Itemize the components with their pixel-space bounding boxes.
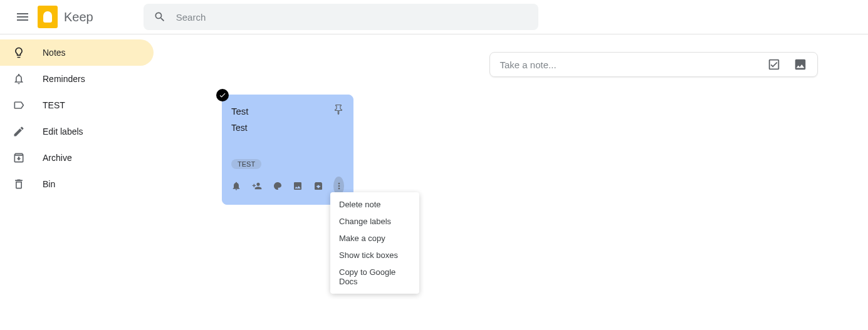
image-icon <box>293 181 303 191</box>
take-note-bar[interactable]: Take a note... <box>489 52 818 77</box>
add-image-button[interactable] <box>293 177 303 195</box>
menu-delete-note[interactable]: Delete note <box>330 196 419 213</box>
lightbulb-icon <box>13 46 25 59</box>
pin-button[interactable] <box>333 104 344 118</box>
person-add-icon <box>252 181 262 191</box>
pencil-icon <box>13 125 25 138</box>
sidebar-label: TEST <box>43 100 65 110</box>
main-menu-button[interactable] <box>10 4 35 29</box>
note-card[interactable]: Test Test TEST <box>222 95 353 205</box>
take-note-placeholder: Take a note... <box>500 59 767 70</box>
sidebar-item-edit-labels[interactable]: Edit labels <box>0 118 175 145</box>
remind-me-button[interactable] <box>231 177 242 195</box>
archive-button[interactable] <box>313 177 324 195</box>
sidebar-item-notes[interactable]: Notes <box>0 39 154 66</box>
check-icon <box>219 91 226 99</box>
checkbox-icon[interactable] <box>767 58 781 71</box>
archive-icon <box>313 181 323 191</box>
search-bar[interactable] <box>144 4 538 30</box>
pin-icon <box>333 104 344 115</box>
palette-icon <box>273 181 283 191</box>
sidebar-label: Edit labels <box>43 126 83 137</box>
image-icon[interactable] <box>793 58 807 71</box>
app-header: Keep <box>0 0 868 34</box>
keep-logo-icon <box>38 6 58 28</box>
select-badge[interactable] <box>216 89 229 101</box>
more-vert-icon <box>334 181 344 191</box>
app-name: Keep <box>64 10 93 24</box>
archive-icon <box>13 152 25 164</box>
color-button[interactable] <box>272 177 283 195</box>
label-icon <box>13 99 25 111</box>
sidebar-label: Reminders <box>43 74 85 84</box>
sidebar-item-bin[interactable]: Bin <box>0 171 175 197</box>
search-icon <box>154 11 166 23</box>
note-body: Test <box>231 123 344 133</box>
sidebar-item-reminders[interactable]: Reminders <box>0 66 175 92</box>
sidebar-label: Archive <box>43 153 72 163</box>
bell-icon <box>13 73 25 85</box>
menu-change-labels[interactable]: Change labels <box>330 213 419 230</box>
menu-copy-gdocs[interactable]: Copy to Google Docs <box>330 264 419 290</box>
menu-show-tickboxes[interactable]: Show tick boxes <box>330 247 419 264</box>
bell-add-icon <box>231 181 241 191</box>
search-input[interactable] <box>176 12 528 23</box>
trash-icon <box>13 178 25 190</box>
sidebar: Notes Reminders TEST Edit labels Archive… <box>0 34 175 329</box>
note-toolbar <box>231 177 344 195</box>
note-context-menu: Delete note Change labels Make a copy Sh… <box>330 192 419 294</box>
app-logo[interactable]: Keep <box>38 6 93 28</box>
menu-make-copy[interactable]: Make a copy <box>330 230 419 247</box>
sidebar-label: Notes <box>43 48 66 58</box>
sidebar-item-archive[interactable]: Archive <box>0 145 175 171</box>
hamburger-icon <box>15 9 30 24</box>
note-title: Test <box>231 106 249 116</box>
note-label-chip[interactable]: TEST <box>231 159 261 169</box>
sidebar-label: Bin <box>43 179 55 189</box>
collaborator-button[interactable] <box>252 177 263 195</box>
main-content: Take a note... Test Test TEST <box>175 34 868 329</box>
sidebar-item-test-label[interactable]: TEST <box>0 92 175 118</box>
